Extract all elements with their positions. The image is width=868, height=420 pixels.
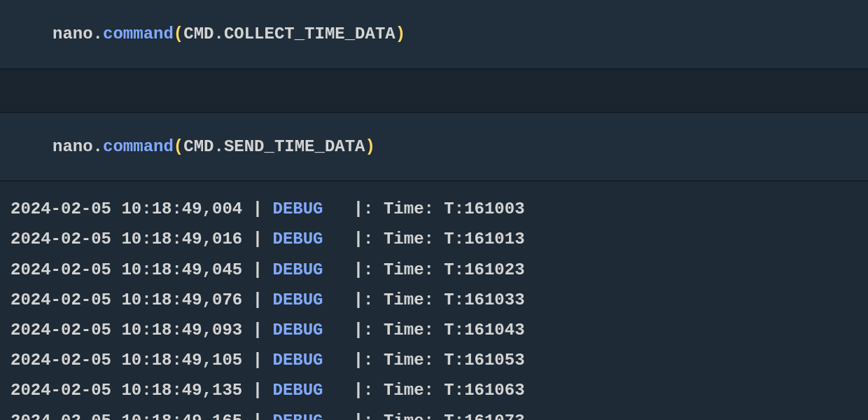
code-const-class: CMD: [183, 24, 214, 43]
log-level: DEBUG: [272, 381, 323, 400]
paren-close: ): [396, 24, 405, 43]
log-message: Time: T:161003: [384, 200, 525, 218]
log-line: 2024-02-05 10:18:49,016 | DEBUG |: Time:…: [10, 224, 868, 254]
code-line: nano.command(CMD.SEND_TIME_DATA): [52, 135, 868, 159]
log-timestamp: 2024-02-05 10:18:49,093: [10, 321, 242, 340]
code-method: command: [103, 24, 174, 43]
log-timestamp: 2024-02-05 10:18:49,045: [10, 260, 242, 279]
log-message: Time: T:161013: [384, 230, 525, 248]
log-timestamp: 2024-02-05 10:18:49,016: [10, 230, 242, 248]
log-level: DEBUG: [272, 321, 323, 340]
log-level: DEBUG: [272, 260, 323, 279]
dot-token: .: [214, 137, 223, 156]
log-message: Time: T:161073: [384, 412, 525, 421]
paren-open: (: [174, 24, 183, 43]
log-timestamp: 2024-02-05 10:18:49,135: [10, 381, 242, 400]
log-message: Time: T:161063: [384, 381, 525, 400]
log-message: Time: T:161033: [384, 290, 525, 309]
log-timestamp: 2024-02-05 10:18:49,165: [10, 412, 242, 421]
log-timestamp: 2024-02-05 10:18:49,004: [10, 200, 242, 218]
log-message: Time: T:161053: [384, 351, 525, 370]
cell-gap: [0, 69, 868, 113]
log-level: DEBUG: [272, 351, 323, 370]
code-const-name: COLLECT_TIME_DATA: [224, 24, 396, 43]
code-method: command: [103, 137, 174, 156]
log-line: 2024-02-05 10:18:49,105 | DEBUG |: Time:…: [10, 345, 868, 375]
log-line: 2024-02-05 10:18:49,004 | DEBUG |: Time:…: [10, 194, 868, 224]
paren-open: (: [174, 137, 183, 156]
code-const-class: CMD: [183, 137, 214, 156]
log-level: DEBUG: [272, 200, 323, 218]
dot-token: .: [93, 24, 103, 43]
log-line: 2024-02-05 10:18:49,165 | DEBUG |: Time:…: [10, 406, 868, 421]
code-const-name: SEND_TIME_DATA: [224, 137, 365, 156]
log-line: 2024-02-05 10:18:49,076 | DEBUG |: Time:…: [10, 285, 868, 315]
output-area: 2024-02-05 10:18:49,004 | DEBUG |: Time:…: [0, 181, 868, 420]
dot-token: .: [93, 137, 103, 156]
log-message: Time: T:161043: [384, 321, 525, 340]
paren-close: ): [365, 137, 375, 156]
code-object: nano: [52, 137, 93, 156]
log-timestamp: 2024-02-05 10:18:49,105: [10, 351, 242, 370]
log-line: 2024-02-05 10:18:49,135 | DEBUG |: Time:…: [10, 375, 868, 405]
code-cell-2[interactable]: nano.command(CMD.SEND_TIME_DATA): [0, 113, 868, 182]
log-level: DEBUG: [272, 412, 323, 421]
log-line: 2024-02-05 10:18:49,093 | DEBUG |: Time:…: [10, 315, 868, 345]
log-line: 2024-02-05 10:18:49,045 | DEBUG |: Time:…: [10, 255, 868, 285]
code-object: nano: [52, 24, 93, 43]
dot-token: .: [214, 24, 223, 43]
code-line: nano.command(CMD.COLLECT_TIME_DATA): [52, 22, 868, 46]
log-message: Time: T:161023: [384, 260, 525, 279]
code-cell-1[interactable]: nano.command(CMD.COLLECT_TIME_DATA): [0, 0, 868, 69]
log-level: DEBUG: [272, 290, 323, 309]
log-timestamp: 2024-02-05 10:18:49,076: [10, 290, 242, 309]
log-level: DEBUG: [272, 230, 323, 248]
